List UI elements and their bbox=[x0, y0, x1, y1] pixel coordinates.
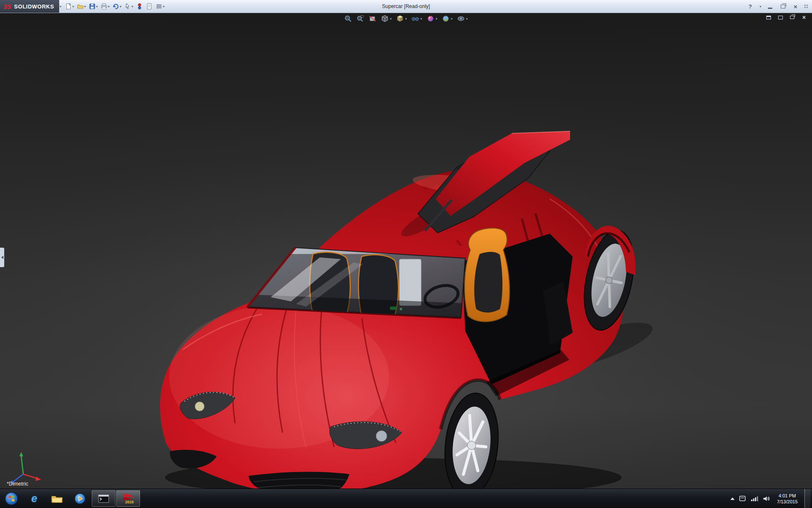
system-tray: 4:01 PM 7/13/2015 bbox=[730, 489, 812, 508]
heads-up-view-toolbar: ▾ ▾ ▾ ▾ ▾ ▾ bbox=[343, 14, 469, 23]
action-center-icon[interactable] bbox=[739, 495, 746, 502]
clock-date: 7/13/2015 bbox=[777, 499, 798, 505]
save-button[interactable]: ▾ bbox=[88, 1, 99, 11]
rebuild-button[interactable] bbox=[135, 1, 144, 11]
help-button[interactable]: ? bbox=[746, 3, 754, 10]
taskbar-media-player[interactable] bbox=[69, 489, 91, 508]
toolbar-overflow-caret[interactable]: ▾ bbox=[60, 5, 61, 8]
select-tool-button[interactable]: ▾ bbox=[123, 1, 134, 11]
options-button[interactable]: ▾ bbox=[154, 1, 166, 11]
network-icon[interactable] bbox=[751, 495, 758, 502]
display-style-button[interactable]: ▾ bbox=[395, 14, 408, 23]
maximize-button[interactable] bbox=[779, 3, 787, 10]
view-orientation-label: *Dimetric bbox=[7, 481, 28, 487]
speaker-icon[interactable] bbox=[763, 495, 770, 502]
edit-appearance-button[interactable]: ▾ bbox=[425, 14, 439, 23]
folder-icon bbox=[51, 494, 63, 504]
solidworks-2015-icon: 2015 bbox=[121, 492, 135, 505]
solidworks-logo-text: SOLIDWORKS bbox=[14, 3, 54, 10]
doc-tile-button[interactable] bbox=[765, 14, 772, 21]
start-button[interactable] bbox=[0, 489, 23, 508]
command-prompt-icon bbox=[98, 494, 110, 503]
undo-button[interactable]: ▾ bbox=[111, 1, 123, 11]
section-view-button[interactable] bbox=[368, 14, 378, 23]
dassault-3ds-icon: 3S bbox=[3, 3, 11, 10]
view-settings-button[interactable]: ▾ bbox=[456, 14, 469, 23]
show-hidden-icons-button[interactable] bbox=[730, 497, 735, 500]
zoom-to-fit-button[interactable] bbox=[343, 14, 353, 23]
apply-scene-button[interactable]: ▾ bbox=[441, 14, 454, 23]
open-button[interactable]: ▾ bbox=[76, 1, 87, 11]
internet-explorer-icon: e bbox=[31, 492, 37, 505]
svg-text:2015: 2015 bbox=[125, 500, 134, 504]
file-properties-button[interactable] bbox=[145, 1, 154, 11]
document-window-controls: × bbox=[765, 14, 808, 21]
taskbar-internet-explorer[interactable]: e bbox=[23, 489, 46, 508]
new-document-button[interactable]: ▾ bbox=[64, 1, 75, 11]
doc-close-button[interactable]: × bbox=[800, 14, 808, 21]
collapse-grid-icon[interactable] bbox=[804, 5, 808, 8]
doc-cascade-button[interactable] bbox=[776, 14, 784, 21]
print-button[interactable]: ▾ bbox=[99, 1, 111, 11]
taskbar-command-prompt[interactable] bbox=[92, 490, 115, 507]
feature-panel-collapsed-tab[interactable] bbox=[0, 248, 4, 267]
taskbar-solidworks-2015[interactable]: 2015 bbox=[116, 490, 140, 507]
taskbar-clock[interactable]: 4:01 PM 7/13/2015 bbox=[774, 493, 800, 505]
solidworks-logo: 3S SOLIDWORKS bbox=[0, 0, 59, 13]
title-bar: 3S SOLIDWORKS ▾ ▾ ▾ ▾ ▾ ▾ ▾ bbox=[0, 0, 812, 13]
help-caret[interactable]: ▾ bbox=[760, 5, 761, 8]
doc-restore-button[interactable] bbox=[788, 14, 796, 21]
clock-time: 4:01 PM bbox=[777, 493, 798, 499]
close-button[interactable]: × bbox=[792, 3, 799, 10]
hide-show-items-button[interactable]: ▾ bbox=[410, 14, 423, 23]
taskbar: e 2015 bbox=[0, 489, 812, 508]
model-viewport[interactable] bbox=[0, 0, 812, 508]
view-orientation-button[interactable]: ▾ bbox=[380, 14, 393, 23]
media-player-icon bbox=[74, 493, 86, 505]
taskbar-file-explorer[interactable] bbox=[46, 489, 69, 508]
show-desktop-button[interactable] bbox=[804, 489, 810, 508]
minimize-button[interactable] bbox=[766, 3, 774, 10]
zoom-to-area-button[interactable] bbox=[355, 14, 365, 23]
standard-toolbar: ▾ ▾ ▾ ▾ ▾ ▾ bbox=[64, 1, 166, 11]
window-controls: ? ▾ × bbox=[746, 3, 812, 10]
